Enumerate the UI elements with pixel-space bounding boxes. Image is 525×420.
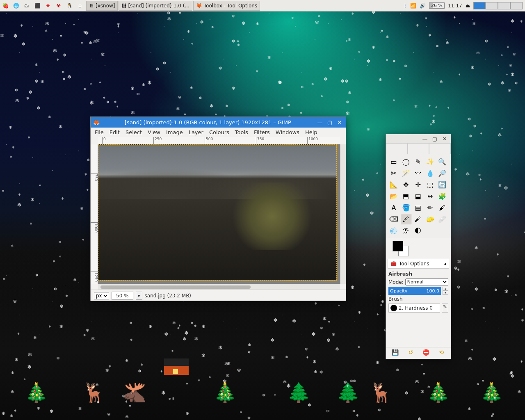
- launcher-icon[interactable]: ☢: [54, 1, 64, 11]
- menu-layer[interactable]: Layer: [189, 129, 203, 135]
- menu-tools[interactable]: Tools: [235, 129, 248, 135]
- tool-rotate[interactable]: 🔄: [437, 179, 447, 190]
- toolbox-titlebar[interactable]: — ▢ ✕: [386, 134, 451, 143]
- tool-color-picker[interactable]: 💧: [425, 168, 436, 178]
- menu-windows[interactable]: Windows: [276, 129, 299, 135]
- canvas-viewport[interactable]: [98, 144, 340, 284]
- scrollbar-horizontal[interactable]: [98, 284, 340, 290]
- tool-dodge[interactable]: 🌓: [413, 225, 423, 236]
- tool-airbrush[interactable]: 🖊: [401, 214, 411, 224]
- snowflake: ❄: [511, 18, 515, 24]
- tool-rect-select[interactable]: ▭: [388, 156, 399, 167]
- snowflake: ❄: [40, 79, 44, 84]
- zoom-field[interactable]: 50 %: [112, 292, 133, 300]
- wifi-icon[interactable]: 📶: [410, 3, 416, 9]
- close-button[interactable]: ✕: [336, 119, 343, 126]
- workspace-2[interactable]: [486, 2, 498, 9]
- launcher-icon[interactable]: 🐧: [64, 1, 74, 11]
- fg-bg-color-widget[interactable]: [389, 240, 447, 256]
- menu-image[interactable]: Image: [166, 129, 183, 135]
- taskbar-task[interactable]: 🦊Toolbox - Tool Options: [193, 1, 260, 11]
- units-select[interactable]: px: [94, 292, 109, 299]
- snowflake: ❄: [89, 82, 92, 86]
- tool-pencil[interactable]: ✏: [425, 202, 436, 213]
- menu-view[interactable]: View: [148, 129, 160, 135]
- menu-help[interactable]: Help: [305, 129, 317, 135]
- tool-options-header[interactable]: 🧰 Tool Options ◂: [388, 259, 449, 269]
- minimize-button[interactable]: —: [316, 119, 324, 126]
- close-button[interactable]: ✕: [441, 135, 448, 142]
- battery-indicator[interactable]: 26 %: [429, 2, 445, 9]
- tool-ellipse-select[interactable]: ◯: [401, 156, 411, 167]
- tool-zoom[interactable]: 🔎: [437, 168, 447, 178]
- eject-icon[interactable]: ⏏: [466, 3, 470, 9]
- tool-shear[interactable]: ⬒: [401, 191, 411, 201]
- volume-icon[interactable]: 🔊: [420, 3, 426, 9]
- tool-foreground-select[interactable]: 🪄: [401, 168, 411, 178]
- reset-preset-icon[interactable]: ⟲: [437, 349, 445, 357]
- tool-bucket-fill[interactable]: 🪣: [401, 202, 411, 213]
- tool-flip[interactable]: ↔: [425, 191, 436, 201]
- tool-align[interactable]: ✛: [413, 179, 423, 190]
- foreground-color-swatch[interactable]: [393, 241, 403, 251]
- scrollbar-vertical[interactable]: [340, 144, 346, 284]
- brush-selector[interactable]: 2. Hardness 0: [388, 304, 440, 313]
- tool-clone[interactable]: 🧽: [425, 214, 436, 224]
- bluetooth-icon[interactable]: ᛒ: [404, 3, 407, 9]
- opacity-slider[interactable]: Opacity 100.0: [388, 287, 441, 295]
- restore-preset-icon[interactable]: ↺: [406, 349, 415, 357]
- tool-free-select[interactable]: ✎: [413, 156, 423, 167]
- gimp-titlebar[interactable]: 🦊 [sand] (imported)-1.0 (RGB colour, 1 l…: [91, 117, 346, 128]
- tool-heal[interactable]: 🩹: [437, 214, 447, 224]
- workspace-pager[interactable]: [473, 2, 523, 9]
- delete-preset-icon[interactable]: ⛔: [422, 349, 430, 357]
- tool-text[interactable]: A: [388, 202, 399, 213]
- minimize-button[interactable]: —: [421, 135, 429, 142]
- tool-paintbrush[interactable]: 🖌: [437, 202, 447, 213]
- browser-launcher-icon[interactable]: 🌐: [11, 1, 21, 11]
- menu-edit[interactable]: Edit: [110, 129, 120, 135]
- menu-raspberry-icon[interactable]: 🍓: [0, 1, 10, 11]
- image-canvas[interactable]: [98, 144, 337, 281]
- clock[interactable]: 11:17: [448, 3, 462, 9]
- ruler-horizontal[interactable]: 02505007501000: [98, 137, 340, 144]
- tool-ink[interactable]: 🖋: [413, 214, 423, 224]
- zoom-dropdown-button[interactable]: ▾: [136, 292, 142, 300]
- brush-edit-icon[interactable]: ✎: [442, 304, 448, 313]
- workspace-4[interactable]: [510, 2, 523, 9]
- tool-blend[interactable]: ▤: [413, 202, 423, 213]
- save-preset-icon[interactable]: 💾: [391, 349, 399, 357]
- tool-blur[interactable]: 🌫: [401, 225, 411, 236]
- tool-cage[interactable]: 🧩: [437, 191, 447, 201]
- opacity-stepper[interactable]: ▴▾: [443, 287, 448, 295]
- ruler-vertical[interactable]: 75010001250: [91, 144, 98, 284]
- terminal-launcher-icon[interactable]: ⬛: [32, 1, 42, 11]
- files-launcher-icon[interactable]: 🗂: [22, 1, 32, 11]
- launcher-icon[interactable]: ▫: [75, 1, 85, 11]
- menu-file[interactable]: File: [95, 129, 104, 135]
- mode-select[interactable]: Normal: [405, 278, 448, 285]
- menu-select[interactable]: Select: [126, 129, 142, 135]
- tool-eraser[interactable]: ⌫: [388, 214, 399, 224]
- taskbar-task[interactable]: 🖥[xsnow]: [86, 1, 118, 11]
- tool-crop[interactable]: ⬚: [425, 179, 436, 190]
- menu-colours[interactable]: Colours: [209, 129, 229, 135]
- tool-perspective[interactable]: ⬓: [413, 191, 423, 201]
- taskbar-task[interactable]: 🖼[sand] (imported)-1.0 (...: [119, 1, 192, 11]
- tool-move[interactable]: ✥: [401, 179, 411, 190]
- menu-filters[interactable]: Filters: [254, 129, 270, 135]
- launcher-icon[interactable]: ✸: [43, 1, 53, 11]
- tool-by-color-select[interactable]: 🔍: [437, 156, 447, 167]
- tool-options-menu-icon[interactable]: ◂: [444, 261, 446, 267]
- workspace-3[interactable]: [498, 2, 510, 9]
- tool-scale[interactable]: 📂: [388, 191, 399, 201]
- maximize-button[interactable]: ▢: [431, 135, 438, 142]
- tool-paths[interactable]: 〰: [413, 168, 423, 178]
- tool-scissors[interactable]: ✂: [388, 168, 399, 178]
- tool-measure[interactable]: 📐: [388, 179, 399, 190]
- toolbox-dock-tabs[interactable]: [386, 143, 451, 154]
- tool-smudge[interactable]: 💨: [388, 225, 399, 236]
- workspace-1[interactable]: [473, 2, 486, 9]
- tool-fuzzy-select[interactable]: ✨: [425, 156, 436, 167]
- maximize-button[interactable]: ▢: [326, 119, 333, 126]
